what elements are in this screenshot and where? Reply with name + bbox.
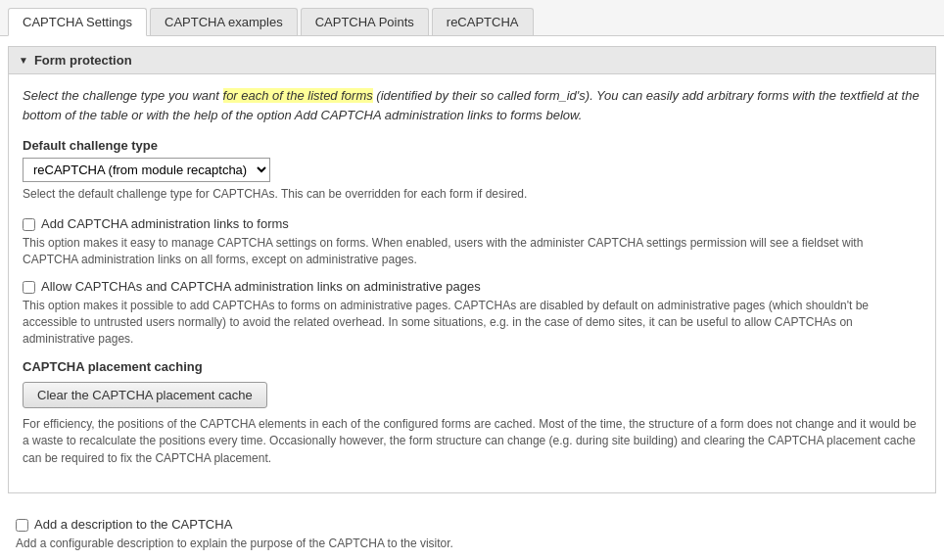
tab-captcha-examples[interactable]: CAPTCHA examples <box>150 8 298 35</box>
allow-admin-captcha-desc: This option makes it possible to add CAP… <box>23 298 921 347</box>
placement-caching-label: CAPTCHA placement caching <box>23 359 921 374</box>
add-admin-links-row: Add CAPTCHA administration links to form… <box>23 216 921 231</box>
add-admin-links-desc: This option makes it easy to manage CAPT… <box>23 235 921 268</box>
placement-caching-desc: For efficiency, the positions of the CAP… <box>23 416 921 467</box>
clear-cache-button[interactable]: Clear the CAPTCHA placement cache <box>23 382 267 408</box>
allow-admin-captcha-label: Allow CAPTCHAs and CAPTCHA administratio… <box>41 279 481 294</box>
add-admin-links-checkbox[interactable] <box>23 218 35 231</box>
desc-highlight: for each of the listed forms <box>223 88 373 103</box>
tab-captcha-points[interactable]: CAPTCHA Points <box>301 8 429 35</box>
add-description-desc: Add a configurable description to explai… <box>16 536 928 552</box>
add-description-section: Add a description to the CAPTCHA Add a c… <box>16 517 928 552</box>
add-admin-links-section: Add CAPTCHA administration links to form… <box>23 216 921 268</box>
main-content: ▼ Form protection Select the challenge t… <box>0 36 944 560</box>
add-admin-links-label: Add CAPTCHA administration links to form… <box>41 216 289 231</box>
default-challenge-field: Default challenge type reCAPTCHA (from m… <box>23 138 921 203</box>
section-description: Select the challenge type you want for e… <box>23 86 921 124</box>
allow-admin-captcha-section: Allow CAPTCHAs and CAPTCHA administratio… <box>23 279 921 347</box>
allow-admin-captcha-checkbox[interactable] <box>23 281 35 294</box>
form-protection-section: ▼ Form protection Select the challenge t… <box>8 46 936 493</box>
collapse-triangle-icon: ▼ <box>19 55 28 66</box>
placement-caching-section: CAPTCHA placement caching Clear the CAPT… <box>23 359 921 467</box>
bottom-section: Add a description to the CAPTCHA Add a c… <box>8 509 936 560</box>
section-header: ▼ Form protection <box>9 47 935 74</box>
add-description-row: Add a description to the CAPTCHA <box>16 517 928 532</box>
section-title: Form protection <box>34 53 132 68</box>
add-description-checkbox[interactable] <box>16 519 28 532</box>
tab-recaptcha[interactable]: reCAPTCHA <box>432 8 534 35</box>
allow-admin-captcha-row: Allow CAPTCHAs and CAPTCHA administratio… <box>23 279 921 294</box>
desc-before-highlight: Select the challenge type you want <box>23 88 223 103</box>
tab-bar: CAPTCHA Settings CAPTCHA examples CAPTCH… <box>0 0 944 36</box>
section-content: Select the challenge type you want for e… <box>9 74 935 492</box>
tab-captcha-settings[interactable]: CAPTCHA Settings <box>8 8 147 36</box>
default-challenge-label: Default challenge type <box>23 138 921 153</box>
challenge-type-select[interactable]: reCAPTCHA (from module recaptcha) <box>23 158 270 182</box>
challenge-help-text: Select the default challenge type for CA… <box>23 186 921 203</box>
add-description-label: Add a description to the CAPTCHA <box>34 517 232 532</box>
